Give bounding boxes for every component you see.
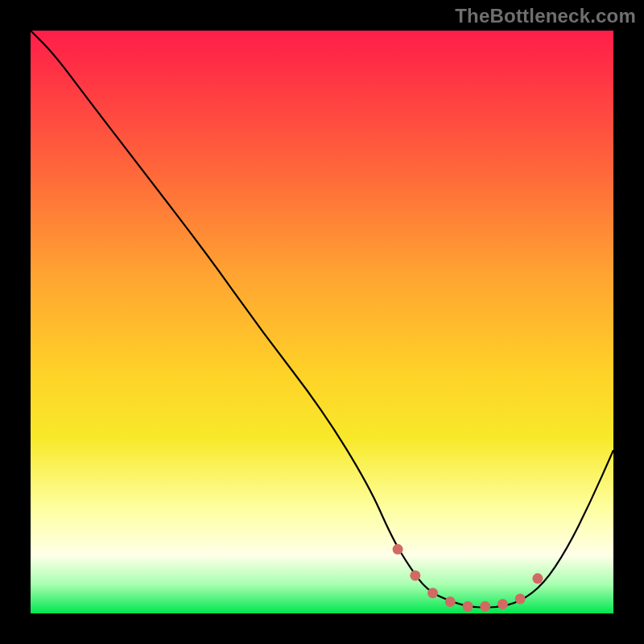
marker-dot <box>480 601 490 612</box>
watermark-text: TheBottleneck.com <box>455 5 636 27</box>
marker-dot <box>463 601 473 612</box>
optimal-range-markers <box>393 544 543 612</box>
marker-dot <box>427 588 438 598</box>
plot-area <box>31 31 613 613</box>
marker-dot <box>515 593 526 604</box>
marker-dot <box>410 570 420 580</box>
marker-dot <box>445 597 456 607</box>
chart-svg <box>31 31 613 613</box>
chart-frame: TheBottleneck.com <box>0 0 644 644</box>
marker-dot <box>497 599 508 609</box>
marker-dot <box>532 573 543 584</box>
bottleneck-curve <box>31 31 613 608</box>
marker-dot <box>393 544 403 555</box>
